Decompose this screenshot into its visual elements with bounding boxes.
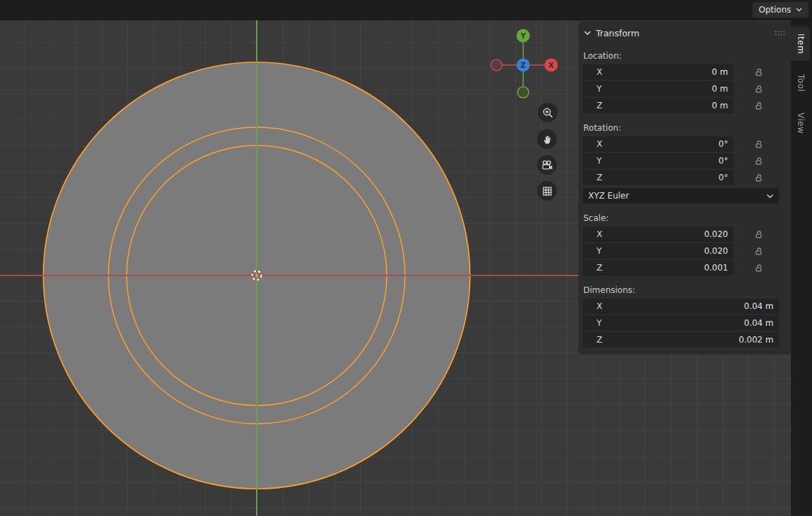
- axis-label: Z: [597, 263, 602, 273]
- hand-icon: [541, 134, 553, 145]
- chevron-down-icon: [767, 194, 774, 199]
- axis-label: Y: [597, 156, 601, 166]
- transform-panel-header[interactable]: Transform: [578, 21, 791, 41]
- axis-value: 0°: [718, 139, 728, 149]
- lock-icon[interactable]: [755, 264, 764, 273]
- gizmo-minus-x-ball[interactable]: [491, 59, 502, 71]
- axis-value: 0.002 m: [739, 335, 774, 345]
- navigation-gizmo[interactable]: Y X Z: [483, 20, 560, 108]
- scale-y-field[interactable]: Y 0.020: [583, 243, 734, 259]
- axis-label: Z: [597, 173, 602, 182]
- location-z-field[interactable]: Z 0 m: [583, 98, 734, 113]
- chevron-down-icon: [584, 30, 591, 36]
- rotation-x-field[interactable]: X 0°: [583, 136, 734, 152]
- gizmo-x-label: X: [548, 62, 554, 69]
- options-button-label: Options: [759, 5, 791, 15]
- axis-label: Y: [597, 84, 601, 94]
- axis-value: 0.020: [704, 229, 728, 239]
- lock-icon[interactable]: [755, 101, 764, 110]
- axis-label: Y: [597, 318, 601, 328]
- axis-label: X: [597, 67, 602, 77]
- grid-icon: [541, 185, 553, 197]
- panel-grip-icon[interactable]: [774, 30, 785, 36]
- axis-label: Z: [597, 335, 602, 345]
- axis-label: Z: [597, 101, 602, 110]
- axis-value: 0.04 m: [744, 301, 774, 311]
- axis-label: X: [597, 229, 602, 239]
- rotation-y-field[interactable]: Y 0°: [583, 153, 734, 169]
- scale-x-field[interactable]: X 0.020: [583, 227, 734, 242]
- blender-window: Y X Z: [0, 0, 812, 516]
- pan-button[interactable]: [537, 129, 557, 149]
- lock-icon[interactable]: [755, 230, 764, 239]
- scale-z-field[interactable]: Z 0.001: [583, 260, 734, 275]
- lock-icon[interactable]: [755, 247, 764, 256]
- transform-panel: Transform Location: X 0 m: [578, 21, 791, 354]
- viewport-header-bar: Options: [0, 0, 812, 20]
- rotation-mode-value: XYZ Euler: [588, 191, 629, 201]
- dimensions-label: Dimensions:: [583, 285, 791, 295]
- location-x-field[interactable]: X 0 m: [583, 64, 734, 80]
- axis-value: 0°: [718, 173, 728, 182]
- object-origin-dot: [255, 274, 258, 277]
- panel-title: Transform: [596, 28, 639, 38]
- location-label: Location:: [583, 51, 791, 61]
- grid-toggle-button[interactable]: [537, 181, 557, 201]
- axis-label: X: [597, 301, 602, 311]
- camera-view-button[interactable]: [537, 155, 557, 175]
- camera-icon: [541, 159, 553, 171]
- tab-tool[interactable]: Tool: [791, 67, 810, 99]
- lock-icon[interactable]: [755, 68, 764, 77]
- axis-value: 0.001: [704, 263, 728, 273]
- dimensions-z-field[interactable]: Z 0.002 m: [583, 332, 779, 347]
- 3d-cursor: [248, 267, 265, 284]
- zoom-icon: [542, 107, 554, 119]
- gizmo-z-label: Z: [520, 62, 525, 69]
- chevron-down-icon: [796, 8, 802, 12]
- tab-item[interactable]: Item: [791, 27, 810, 61]
- axis-value: 0 m: [712, 101, 728, 110]
- scale-label: Scale:: [583, 213, 791, 223]
- axis-value: 0°: [718, 156, 728, 166]
- zoom-button[interactable]: [538, 103, 557, 122]
- axis-value: 0.020: [704, 246, 728, 256]
- axis-value: 0 m: [712, 67, 728, 77]
- sidebar-tab-strip: Item Tool View: [791, 20, 812, 516]
- lock-icon[interactable]: [755, 140, 764, 149]
- gizmo-y-label: Y: [520, 32, 526, 40]
- axis-value: 0 m: [712, 84, 728, 94]
- rotation-label: Rotation:: [583, 123, 791, 133]
- dimensions-y-field[interactable]: Y 0.04 m: [583, 315, 779, 331]
- lock-icon[interactable]: [755, 157, 764, 166]
- lock-icon[interactable]: [755, 85, 764, 94]
- rotation-mode-dropdown[interactable]: XYZ Euler: [583, 188, 779, 203]
- location-y-field[interactable]: Y 0 m: [583, 81, 734, 96]
- axis-label: X: [597, 139, 602, 149]
- lock-icon[interactable]: [755, 173, 764, 182]
- dimensions-x-field[interactable]: X 0.04 m: [583, 299, 779, 314]
- gizmo-minus-y-ball[interactable]: [518, 87, 529, 98]
- rotation-z-field[interactable]: Z 0°: [583, 170, 734, 185]
- tab-view[interactable]: View: [791, 106, 810, 141]
- axis-value: 0.04 m: [744, 318, 774, 328]
- options-button[interactable]: Options: [753, 2, 809, 17]
- axis-label: Y: [597, 246, 601, 256]
